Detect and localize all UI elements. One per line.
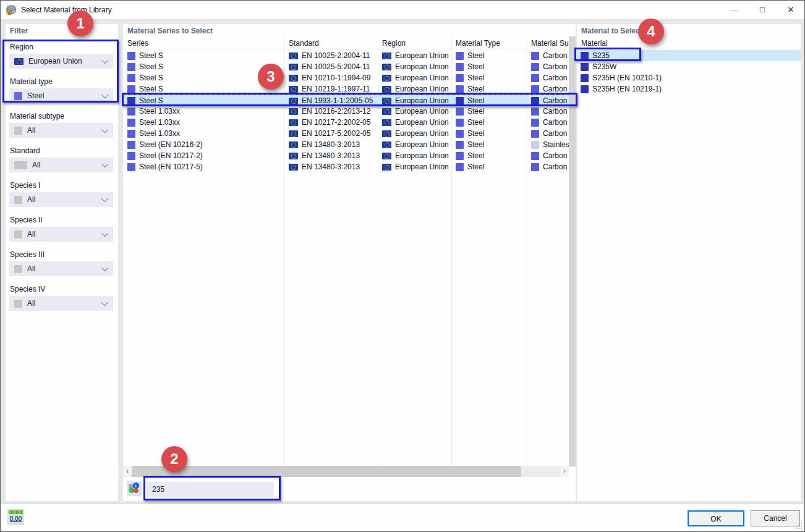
material-swatch-icon bbox=[127, 141, 135, 149]
series-name: Steel S bbox=[139, 51, 163, 60]
units-settings-button[interactable]: 0,00 bbox=[7, 509, 24, 525]
material-swatch-icon bbox=[456, 141, 464, 149]
series-name: Steel (EN 10217-2) bbox=[139, 151, 203, 160]
table-row[interactable]: Steel SEN 10210-1:1994-09European UnionS… bbox=[123, 72, 569, 83]
chevron-down-icon bbox=[101, 299, 108, 306]
series-name: Steel S bbox=[139, 74, 163, 82]
chevron-down-icon bbox=[101, 161, 108, 167]
type-name: Steel bbox=[467, 85, 484, 93]
minimize-button[interactable]: — bbox=[720, 1, 748, 19]
subtype-name: Carbon Steel bbox=[543, 85, 569, 93]
type-name: Steel bbox=[467, 151, 484, 160]
material-swatch-icon bbox=[531, 119, 539, 127]
footer-bar: 0,00 OK Cancel bbox=[1, 503, 804, 531]
gray-swatch-icon bbox=[14, 230, 22, 239]
eu-flag-icon bbox=[382, 119, 391, 126]
filter-label: Species III bbox=[10, 250, 45, 259]
filter-dropdown-standard[interactable]: All bbox=[9, 158, 113, 172]
eu-flag-icon bbox=[382, 108, 391, 115]
filter-label: Standard bbox=[10, 146, 40, 155]
material-swatch-icon bbox=[531, 130, 539, 138]
chevron-down-icon bbox=[101, 126, 108, 133]
region-name: European Union bbox=[395, 51, 449, 60]
standard-name: EN 13480-3:2013 bbox=[302, 140, 360, 149]
material-swatch-icon bbox=[456, 163, 464, 171]
window-title: Select Material from Library bbox=[21, 6, 112, 14]
material-swatch-icon bbox=[531, 141, 539, 149]
standard-name: EN 13480-3:2013 bbox=[302, 151, 360, 160]
table-row[interactable]: Steel 1.03xxEN 10216-2:2013-12European U… bbox=[123, 106, 569, 117]
series-name: Steel 1.03xx bbox=[139, 107, 180, 116]
table-row[interactable]: Steel 1.03xxEN 10217-2:2002-05European U… bbox=[123, 117, 569, 128]
series-name: Steel S bbox=[139, 85, 163, 93]
eu-flag-icon bbox=[289, 130, 298, 137]
dropdown-value: All bbox=[32, 161, 98, 169]
filter-dropdown-species-i[interactable]: All bbox=[9, 192, 113, 207]
table-row[interactable]: Steel SEN 10025-2:2004-11European UnionS… bbox=[123, 50, 569, 61]
standard-name: EN 10216-2:2013-12 bbox=[302, 107, 370, 116]
material-panel-title: Material to Select bbox=[581, 27, 642, 35]
type-name: Steel bbox=[467, 107, 484, 116]
series-name: Steel 1.03xx bbox=[139, 129, 180, 138]
gray-swatch-icon bbox=[14, 196, 22, 204]
material-to-select-panel: Material to Select Material S235S235WS23… bbox=[577, 24, 801, 501]
dropdown-value: All bbox=[27, 264, 98, 273]
column-header: Standard bbox=[284, 38, 378, 49]
title-bar: 6 Select Material from Library — □ ✕ bbox=[1, 1, 804, 19]
callout-badge-4: 4 bbox=[638, 19, 664, 44]
column-header: Series bbox=[123, 38, 284, 49]
table-row[interactable]: Steel (EN 10217-5)EN 13480-3:2013Europea… bbox=[123, 161, 569, 172]
cancel-button[interactable]: Cancel bbox=[751, 510, 800, 526]
table-row[interactable]: Steel (EN 10217-2)EN 13480-3:2013Europea… bbox=[123, 150, 569, 161]
table-row[interactable]: Steel SEN 10025-5:2004-11European UnionS… bbox=[123, 61, 569, 72]
material-row[interactable]: S235H (EN 10219-1) bbox=[577, 83, 801, 95]
material-swatch-icon bbox=[456, 74, 464, 82]
dropdown-value: All bbox=[27, 230, 98, 239]
region-name: European Union bbox=[395, 163, 449, 171]
region-name: European Union bbox=[395, 140, 449, 149]
eu-flag-icon bbox=[382, 75, 391, 82]
filter-dropdown-material-subtype[interactable]: All bbox=[9, 123, 113, 138]
material-row[interactable]: S235H (EN 10210-1) bbox=[577, 72, 801, 83]
annotation-rect-filter bbox=[2, 40, 119, 103]
search-info-button[interactable]: i bbox=[127, 481, 142, 496]
region-name: European Union bbox=[395, 85, 449, 93]
material-swatch-icon bbox=[127, 130, 135, 138]
subtype-name: Carbon Steel bbox=[543, 151, 569, 160]
type-name: Steel bbox=[467, 163, 484, 171]
chevron-down-icon bbox=[101, 230, 108, 237]
select-material-dialog: 6 Select Material from Library — □ ✕ Fil… bbox=[0, 0, 805, 532]
chevron-down-icon bbox=[101, 264, 108, 271]
subtype-name: Stainless Steel bbox=[543, 140, 569, 149]
chevron-down-icon bbox=[101, 195, 108, 202]
close-button[interactable]: ✕ bbox=[777, 1, 805, 19]
scroll-right-arrow[interactable]: › bbox=[560, 466, 569, 477]
eu-flag-icon bbox=[382, 153, 391, 159]
gray-swatch-icon bbox=[14, 127, 22, 135]
region-name: European Union bbox=[395, 74, 449, 82]
eu-flag-icon bbox=[382, 141, 391, 148]
region-name: European Union bbox=[395, 107, 449, 116]
scroll-left-arrow[interactable]: ‹ bbox=[123, 466, 132, 477]
callout-badge-3: 3 bbox=[258, 64, 284, 90]
material-swatch-icon bbox=[127, 52, 135, 60]
material-row[interactable]: S235W bbox=[577, 61, 801, 72]
filter-dropdown-species-iii[interactable]: All bbox=[9, 261, 113, 276]
ok-button[interactable]: OK bbox=[688, 510, 744, 526]
table-row[interactable]: Steel 1.03xxEN 10217-5:2002-05European U… bbox=[123, 128, 569, 139]
material-swatch-icon bbox=[456, 52, 464, 60]
eu-flag-icon bbox=[382, 53, 391, 59]
filter-dropdown-species-ii[interactable]: All bbox=[9, 227, 113, 242]
material-swatch-icon bbox=[127, 163, 135, 171]
material-swatch-icon bbox=[127, 119, 135, 127]
table-row[interactable]: Steel (EN 10216-2)EN 13480-3:2013Europea… bbox=[123, 139, 569, 150]
eu-flag-icon bbox=[289, 164, 298, 171]
resize-grip[interactable] bbox=[794, 521, 802, 529]
filter-dropdown-species-iv[interactable]: All bbox=[9, 296, 113, 311]
filter-label: Material subtype bbox=[10, 112, 64, 120]
column-header: Material Subtype bbox=[527, 38, 569, 49]
standard-name: EN 10210-1:1994-09 bbox=[302, 74, 370, 82]
maximize-button[interactable]: □ bbox=[748, 1, 777, 19]
standard-name: EN 10025-2:2004-11 bbox=[302, 51, 370, 60]
eu-flag-icon bbox=[289, 119, 298, 126]
